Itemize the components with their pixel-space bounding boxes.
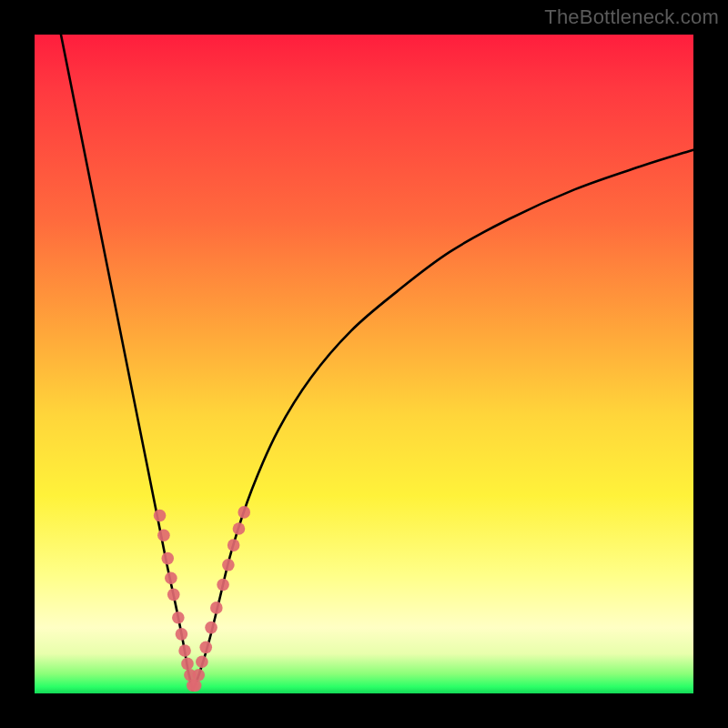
marker-point: [199, 642, 212, 654]
marker-point: [154, 510, 167, 522]
marker-point: [205, 622, 217, 634]
marker-point: [217, 579, 229, 592]
chart-svg: [35, 35, 693, 693]
marker-point: [228, 539, 240, 551]
marker-point: [172, 612, 185, 624]
plot-area: [35, 35, 693, 693]
marker-layer: [154, 506, 250, 692]
marker-point: [189, 680, 202, 693]
marker-point: [233, 522, 246, 535]
outer-frame: TheBottleneck.com: [0, 0, 728, 728]
marker-point: [210, 602, 223, 614]
marker-point: [161, 552, 174, 565]
marker-point: [238, 506, 250, 519]
marker-point: [222, 559, 235, 571]
marker-point: [178, 644, 191, 657]
watermark-text: TheBottleneck.com: [544, 5, 719, 29]
marker-point: [176, 628, 188, 641]
marker-point: [167, 589, 180, 602]
marker-point: [196, 655, 208, 668]
marker-point: [181, 658, 194, 671]
curve-layer: [61, 35, 693, 690]
curve-right-branch: [193, 150, 693, 691]
marker-point: [157, 529, 170, 541]
marker-point: [165, 572, 177, 585]
marker-point: [192, 669, 205, 682]
